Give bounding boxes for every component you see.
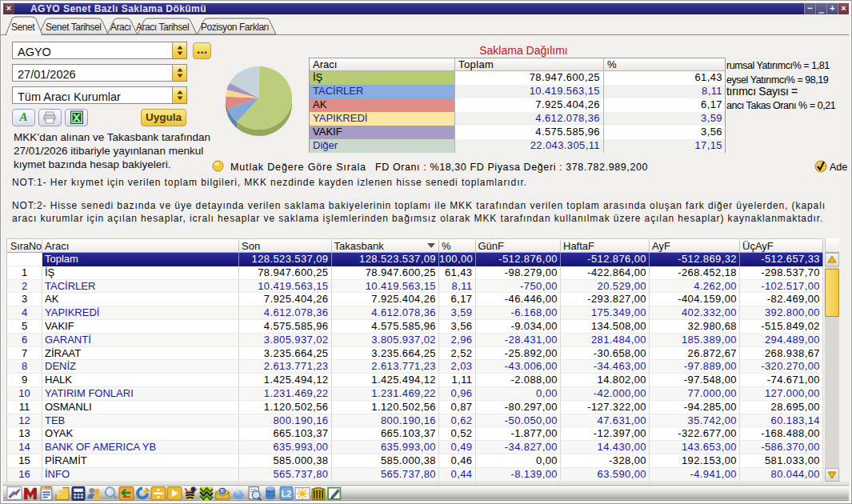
svg-text:L2: L2 (282, 489, 291, 498)
